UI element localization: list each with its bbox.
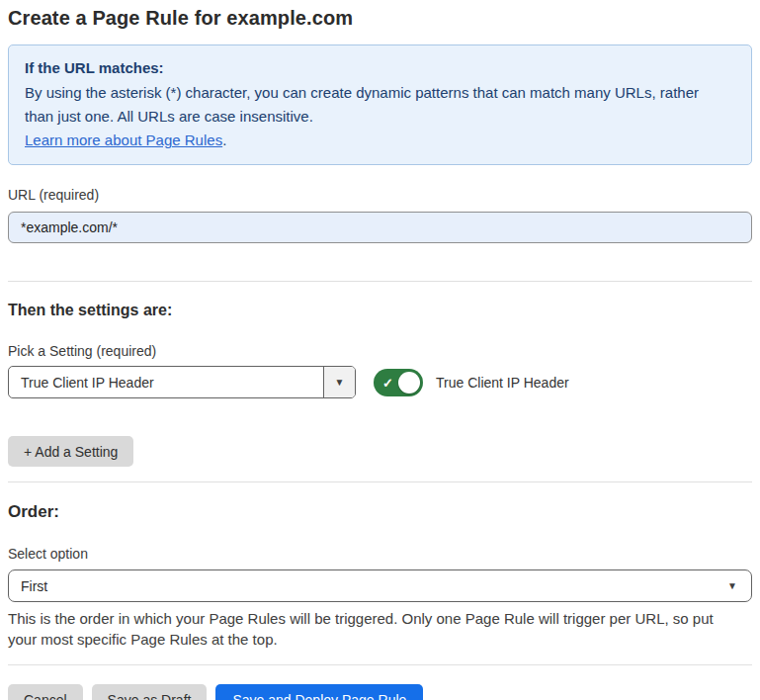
learn-more-link[interactable]: Learn more about Page Rules: [25, 131, 222, 148]
footer-actions: Cancel Save as Draft Save and Deploy Pag…: [8, 684, 752, 700]
order-select-value: First: [21, 578, 47, 594]
order-section-heading: Order:: [8, 502, 752, 522]
toggle-knob: [398, 372, 420, 394]
setting-row: True Client IP Header ▼ ✓ True Client IP…: [8, 366, 752, 398]
divider: [8, 664, 752, 665]
add-setting-button[interactable]: + Add a Setting: [8, 436, 133, 467]
divider: [8, 281, 752, 282]
select-option-label: Select option: [8, 546, 752, 562]
link-suffix: .: [222, 131, 226, 148]
setting-picker-value: True Client IP Header: [9, 367, 323, 397]
check-icon: ✓: [382, 375, 393, 390]
settings-section-heading: Then the settings are:: [8, 302, 752, 319]
cancel-button[interactable]: Cancel: [8, 684, 83, 700]
divider: [8, 481, 752, 482]
save-as-draft-button[interactable]: Save as Draft: [92, 684, 208, 700]
info-box-heading: If the URL matches:: [25, 56, 735, 80]
setting-picker-arrow-button[interactable]: ▼: [323, 367, 355, 397]
chevron-down-icon: ▼: [335, 378, 345, 388]
order-help-text: This is the order in which your Page Rul…: [8, 608, 744, 650]
info-box-body: By using the asterisk (*) character, you…: [25, 81, 726, 129]
setting-toggle[interactable]: ✓: [374, 369, 423, 396]
info-link-line: Learn more about Page Rules.: [25, 129, 735, 152]
save-and-deploy-button[interactable]: Save and Deploy Page Rule: [215, 684, 423, 700]
url-match-info-box: If the URL matches: By using the asteris…: [8, 44, 752, 165]
url-input[interactable]: [8, 212, 752, 243]
url-label: URL (required): [8, 187, 752, 203]
setting-toggle-label: True Client IP Header: [436, 375, 569, 391]
chevron-down-icon: ▼: [727, 581, 737, 591]
page-title: Create a Page Rule for example.com: [8, 7, 752, 30]
pick-setting-label: Pick a Setting (required): [8, 343, 752, 359]
setting-picker-dropdown[interactable]: True Client IP Header ▼: [8, 366, 356, 398]
order-select[interactable]: First ▼: [8, 569, 752, 602]
create-page-rule-form: Create a Page Rule for example.com If th…: [0, 0, 760, 700]
